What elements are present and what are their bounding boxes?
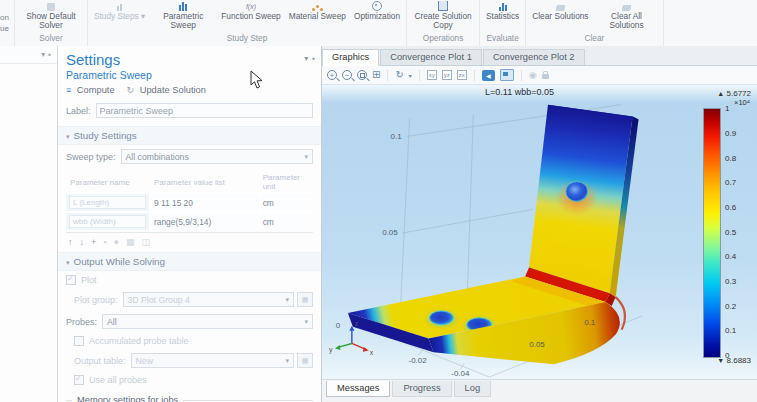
settings-title: Settings bbox=[66, 51, 120, 68]
parameter-values-cell[interactable]: 9 11 15 20 bbox=[150, 193, 259, 212]
move-down-icon[interactable]: ↓ bbox=[80, 237, 85, 247]
ribbon: on ue Show Default Solver Solver Study S… bbox=[0, 0, 757, 47]
parametric-sweep-button[interactable]: Parametric Sweep bbox=[149, 0, 217, 31]
function-sweep-button[interactable]: f(x) Function Sweep bbox=[217, 0, 285, 21]
material-sweep-button[interactable]: Material Sweep bbox=[285, 0, 350, 21]
material-sweep-icon bbox=[312, 1, 323, 11]
button-label: Study Steps ▾ bbox=[94, 12, 145, 21]
legend-tick: 0.6 bbox=[725, 203, 736, 212]
ribbon-group-evaluate: Statistics Evaluate bbox=[480, 0, 526, 46]
ribbon-clipped-buttons[interactable]: on ue bbox=[0, 0, 15, 46]
label-input[interactable] bbox=[96, 103, 313, 118]
show-default-solver-button[interactable]: Show Default Solver bbox=[17, 0, 85, 31]
zoom-out-icon[interactable]: − bbox=[342, 70, 352, 80]
use-all-probes-checkbox[interactable] bbox=[74, 375, 84, 385]
y-axis-tick-label: 0.05 bbox=[529, 340, 545, 349]
toolbar-separator bbox=[521, 70, 522, 81]
parameter-unit-cell[interactable]: cm bbox=[259, 193, 313, 212]
clear-table-icon[interactable]: ● bbox=[113, 237, 118, 247]
compute-button[interactable]: ≡ Compute bbox=[66, 85, 115, 95]
zoom-box-icon[interactable] bbox=[357, 70, 367, 80]
triad-x-label: x bbox=[370, 349, 374, 356]
bolt-vertical-plate bbox=[566, 182, 588, 202]
tab-log[interactable]: Log bbox=[454, 381, 492, 397]
accumulated-probe-table-label: Accumulated probe table bbox=[89, 336, 189, 346]
go-to-table-button[interactable]: ▦ bbox=[297, 353, 313, 368]
section-output-while-solving[interactable]: ▾Output While Solving bbox=[58, 252, 321, 271]
sweep-type-dropdown[interactable]: All combinations▾ bbox=[121, 149, 313, 164]
tab-convergence-plot-1[interactable]: Convergence Plot 1 bbox=[380, 49, 482, 65]
button-label: Function Sweep bbox=[221, 12, 281, 21]
tab-messages[interactable]: Messages bbox=[326, 381, 390, 397]
tab-graphics[interactable]: Graphics bbox=[322, 49, 379, 66]
study-steps-button[interactable]: Study Steps ▾ bbox=[90, 0, 149, 21]
ribbon-group-label: Operations bbox=[409, 32, 477, 46]
view-zx-button[interactable]: zx bbox=[457, 70, 467, 80]
probes-dropdown[interactable]: All▾ bbox=[102, 314, 313, 329]
graphics-toolbar: + − ⊞ ↻ ▾ xy yz zx ◀ ◉ bbox=[322, 66, 757, 85]
plot-group-dropdown[interactable]: 3D Plot Group 4▾ bbox=[123, 292, 294, 307]
parameter-name-combo[interactable]: L (Length) bbox=[69, 196, 146, 209]
pin-icon[interactable]: ▪ bbox=[48, 50, 51, 59]
view-yz-button[interactable]: yz bbox=[442, 70, 452, 80]
zoom-in-icon[interactable]: + bbox=[327, 70, 337, 80]
section-study-settings[interactable]: ▾Study Settings bbox=[58, 126, 321, 145]
orbit-icon[interactable]: ↻ bbox=[395, 70, 403, 80]
chevron-down-icon: ▾ bbox=[304, 153, 308, 161]
output-table-dropdown[interactable]: New▾ bbox=[131, 353, 294, 368]
add-row-icon[interactable]: + bbox=[91, 237, 96, 247]
create-solution-copy-button[interactable]: Create Solution Copy bbox=[409, 0, 477, 31]
update-solution-button[interactable]: ↻ Update Solution bbox=[127, 85, 206, 95]
delete-row-icon[interactable]: ▪ bbox=[103, 237, 106, 247]
chevron-down-icon[interactable]: ▾ bbox=[41, 50, 45, 59]
statistics-button[interactable]: Statistics bbox=[482, 0, 523, 21]
tab-convergence-plot-2[interactable]: Convergence Plot 2 bbox=[483, 49, 585, 65]
legend-tick: 1 bbox=[725, 104, 729, 113]
model-builder-panel-edge: ▾ ▪ bbox=[0, 46, 58, 402]
plot-checkbox[interactable] bbox=[66, 275, 76, 285]
optimization-button[interactable]: Optimization bbox=[350, 0, 404, 21]
snapshot-icon[interactable]: ◉ bbox=[529, 71, 537, 80]
scene-light-button[interactable] bbox=[500, 69, 514, 81]
chevron-down-icon: ▾ bbox=[285, 357, 289, 365]
settings-panel: Settings ▾ ▪ Parametric Sweep ≡ Compute … bbox=[58, 46, 322, 402]
clear-solutions-button[interactable]: Clear Solutions bbox=[528, 0, 592, 21]
zoom-extents-icon[interactable]: ⊞ bbox=[372, 70, 380, 80]
parameter-name-combo[interactable]: wbb (Width) bbox=[69, 215, 146, 228]
go-to-plot-button[interactable]: ▦ bbox=[297, 292, 313, 307]
legend-max: ▲ 5.6772 bbox=[689, 89, 751, 98]
default-view-button[interactable]: ◀ bbox=[482, 70, 495, 81]
move-up-icon[interactable]: ↑ bbox=[68, 237, 73, 247]
accumulated-probe-table-checkbox[interactable] bbox=[74, 336, 84, 346]
table-row: L (Length) 9 11 15 20 cm bbox=[66, 193, 313, 212]
pin-icon[interactable]: ▪ bbox=[312, 54, 315, 63]
table-toolbar: ↑ ↓ + ▪ ● ▦ ◫ bbox=[68, 237, 311, 247]
triad-y-label: y bbox=[329, 346, 333, 354]
save-table-icon[interactable]: ◫ bbox=[141, 237, 150, 247]
legend-exponent: ×10⁴ bbox=[689, 98, 750, 107]
output-table-label: Output table: bbox=[74, 356, 126, 366]
chevron-down-icon[interactable]: ▾ bbox=[304, 54, 308, 63]
parameter-unit-cell[interactable]: cm bbox=[259, 212, 313, 230]
lock-icon[interactable] bbox=[542, 74, 549, 79]
legend-tick: 0.4 bbox=[725, 252, 736, 261]
collapse-icon: ▾ bbox=[66, 133, 70, 140]
clear-all-solutions-button[interactable]: Clear All Solutions bbox=[593, 0, 661, 31]
memory-settings-group-label: Memory settings for jobs bbox=[66, 395, 313, 402]
plot-group-label: Plot group: bbox=[74, 295, 118, 305]
graphics-panel: Graphics Convergence Plot 1 Convergence … bbox=[322, 46, 757, 402]
parameter-values-cell[interactable]: range(5,9/3,14) bbox=[150, 212, 259, 230]
view-xy-button[interactable]: xy bbox=[427, 70, 437, 80]
parametric-sweep-icon bbox=[179, 1, 187, 11]
column-header: Parameter name bbox=[66, 171, 150, 193]
tab-progress[interactable]: Progress bbox=[392, 381, 451, 397]
chevron-down-icon[interactable]: ▾ bbox=[409, 72, 412, 79]
plot-area[interactable]: L=0.11 wbb=0.05 bbox=[322, 85, 757, 379]
legend-tick: 0.9 bbox=[725, 129, 736, 138]
legend-tick: 0.2 bbox=[725, 302, 736, 311]
ribbon-group-label: Clear bbox=[528, 32, 660, 46]
use-all-probes-label: Use all probes bbox=[89, 375, 147, 385]
ribbon-group-clear: Clear Solutions Clear All Solutions Clea… bbox=[526, 0, 663, 46]
load-table-icon[interactable]: ▦ bbox=[126, 237, 135, 247]
clipped-label: ue bbox=[0, 23, 14, 34]
